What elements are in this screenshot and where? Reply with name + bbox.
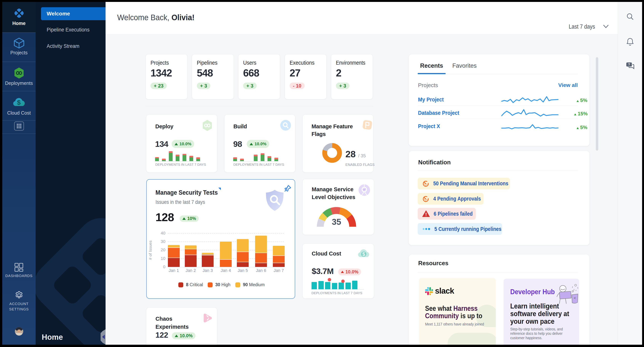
svg-text:<: <	[574, 296, 576, 300]
svg-text:$: $	[17, 99, 21, 106]
svg-text:?: ?	[628, 63, 630, 66]
svg-text:$: $	[362, 251, 365, 257]
